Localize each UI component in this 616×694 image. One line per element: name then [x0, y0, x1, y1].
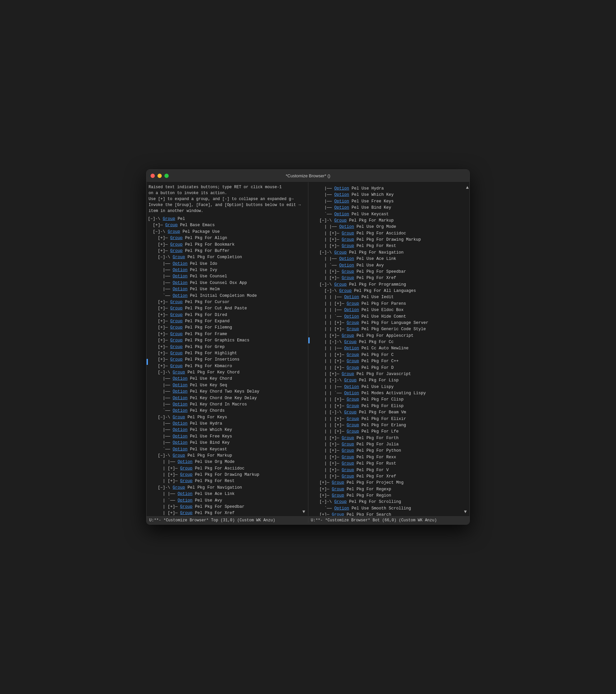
option-link[interactable]: Option — [339, 224, 354, 229]
group-link[interactable]: Group — [342, 276, 354, 280]
group-link[interactable]: Group — [342, 455, 354, 460]
group-link[interactable]: Group — [347, 353, 359, 357]
scroll-down-icon-right[interactable]: ▼ — [464, 509, 467, 514]
close-button[interactable] — [151, 174, 155, 178]
group-link[interactable]: Group — [347, 359, 359, 364]
group-link[interactable]: Group — [180, 479, 193, 483]
option-link[interactable]: Option — [344, 314, 359, 319]
group-link[interactable]: Group — [342, 231, 354, 236]
group-link[interactable]: Group — [165, 223, 178, 227]
option-link[interactable]: Option — [173, 396, 187, 401]
option-link[interactable]: Option — [334, 506, 349, 511]
option-link[interactable]: Option — [334, 212, 349, 217]
group-link[interactable]: Group — [342, 474, 354, 479]
group-link[interactable]: Group — [180, 505, 193, 509]
option-link[interactable]: Option — [173, 287, 187, 292]
group-link[interactable]: Group — [332, 480, 344, 485]
option-link[interactable]: Option — [173, 447, 187, 452]
maximize-button[interactable] — [164, 174, 169, 178]
group-link[interactable]: Group — [347, 397, 359, 402]
option-link[interactable]: Option — [344, 346, 359, 351]
group-link[interactable]: Group — [347, 417, 359, 421]
group-link[interactable]: Group — [180, 466, 193, 471]
group-link[interactable]: Group — [334, 218, 347, 223]
group-link[interactable]: Group — [180, 511, 193, 515]
option-link[interactable]: Option — [334, 186, 349, 191]
group-link[interactable]: Group — [344, 378, 357, 383]
option-link[interactable]: Option — [173, 281, 187, 285]
group-link[interactable]: Group — [342, 449, 354, 453]
option-link[interactable]: Option — [173, 440, 187, 445]
group-link[interactable]: Group — [170, 351, 183, 355]
group-link[interactable]: Group — [332, 493, 344, 498]
option-link[interactable]: Option — [173, 402, 187, 407]
group-link[interactable]: Group — [170, 249, 183, 253]
group-link[interactable]: Group — [347, 365, 359, 370]
option-link[interactable]: Option — [173, 261, 187, 266]
group-link[interactable]: Group — [180, 473, 193, 477]
group-link[interactable]: Group — [342, 372, 354, 377]
option-link[interactable]: Option — [173, 408, 187, 413]
scroll-up-icon-right[interactable]: ▲ — [466, 184, 469, 191]
minimize-button[interactable] — [157, 174, 162, 178]
option-link[interactable]: Option — [173, 421, 187, 426]
group-link[interactable]: Group — [347, 404, 359, 408]
group-link[interactable]: Group — [173, 415, 185, 420]
group-link[interactable]: Group — [170, 357, 183, 362]
option-link[interactable]: Option — [334, 199, 349, 204]
option-link[interactable]: Option — [173, 377, 187, 381]
group-link[interactable]: Group — [170, 364, 183, 368]
group-link[interactable]: Group — [170, 306, 183, 311]
option-link[interactable]: Option — [173, 427, 187, 432]
option-link[interactable]: Option — [173, 268, 187, 272]
group-link[interactable]: Group — [347, 302, 359, 306]
group-link[interactable]: Group — [170, 236, 183, 240]
option-link[interactable]: Option — [178, 498, 192, 503]
group-link[interactable]: Group — [347, 429, 359, 434]
group-link[interactable]: Group — [170, 300, 183, 305]
option-link[interactable]: Option — [173, 274, 187, 279]
group-link[interactable]: Group — [334, 282, 347, 287]
group-link[interactable]: Group — [344, 340, 357, 344]
group-link[interactable]: Group — [163, 217, 175, 221]
group-link[interactable]: Group — [342, 237, 354, 242]
option-link[interactable]: Option — [339, 257, 354, 261]
option-link[interactable]: Option — [344, 385, 359, 389]
group-link[interactable]: Group — [339, 289, 352, 293]
scroll-down-icon-left[interactable]: ▼ — [302, 509, 305, 514]
group-link[interactable]: Group — [170, 313, 183, 317]
group-link[interactable]: Group — [342, 244, 354, 248]
option-link[interactable]: Option — [173, 434, 187, 439]
group-link[interactable]: Group — [170, 345, 183, 349]
group-link[interactable]: Group — [170, 332, 183, 336]
group-link[interactable]: Group — [342, 269, 354, 274]
group-link[interactable]: Group — [173, 255, 185, 259]
group-link[interactable]: Group — [170, 338, 183, 343]
option-link[interactable]: Option — [334, 193, 349, 197]
group-link[interactable]: Group — [173, 485, 185, 490]
group-link[interactable]: Group — [347, 423, 359, 427]
option-link[interactable]: Option — [339, 263, 354, 268]
option-link[interactable]: Option — [344, 295, 359, 299]
option-link[interactable]: Option — [178, 460, 192, 464]
option-link[interactable]: Option — [173, 389, 187, 394]
group-link[interactable]: Group — [342, 461, 354, 466]
group-link[interactable]: Group — [347, 327, 359, 331]
group-link[interactable]: Group — [334, 250, 347, 255]
option-link[interactable]: Option — [178, 492, 192, 496]
group-link[interactable]: Group — [168, 230, 180, 234]
group-link[interactable]: Group — [344, 410, 357, 415]
group-link[interactable]: Group — [347, 321, 359, 325]
group-link[interactable]: Group — [342, 468, 354, 473]
group-link[interactable]: Group — [342, 442, 354, 447]
option-link[interactable]: Option — [173, 383, 187, 388]
group-link[interactable]: Group — [170, 242, 183, 247]
option-link[interactable]: Option — [173, 293, 187, 298]
group-link[interactable]: Group — [332, 487, 344, 492]
option-link[interactable]: Option — [344, 308, 359, 312]
group-link[interactable]: Group — [170, 325, 183, 330]
group-link[interactable]: Group — [334, 499, 347, 504]
option-link[interactable]: Option — [344, 391, 359, 396]
group-link[interactable]: Group — [342, 333, 354, 338]
group-link[interactable]: Group — [342, 436, 354, 440]
